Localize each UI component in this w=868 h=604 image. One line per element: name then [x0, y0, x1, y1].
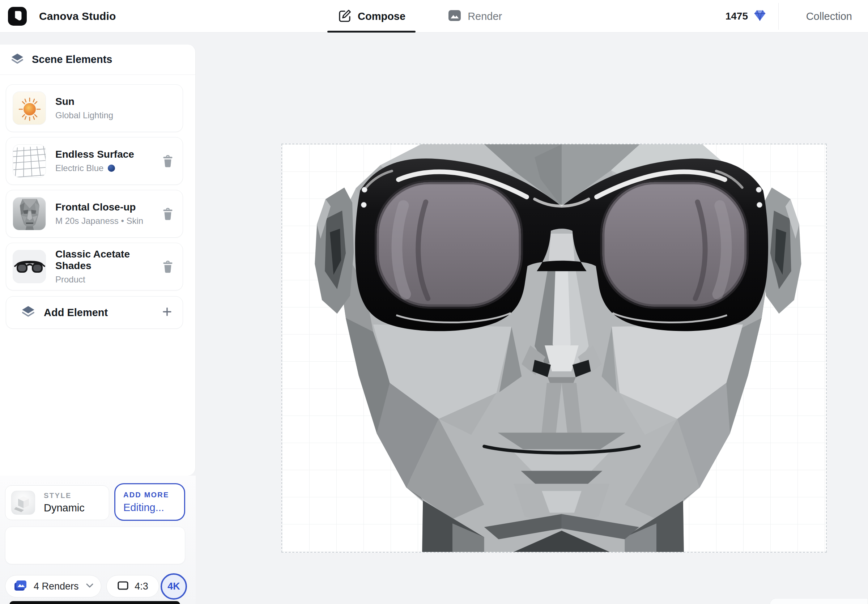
style-thumbnail: [11, 491, 35, 515]
layers-icon: [11, 53, 24, 67]
element-title: Classic Acetate Shades: [55, 248, 152, 272]
style-selector[interactable]: STYLE Dynamic: [5, 485, 109, 520]
element-subtitle: Electric Blue: [55, 163, 104, 173]
active-tab-underline: [327, 31, 415, 33]
render-icon: [447, 8, 462, 24]
card-texts: Frontal Close-up M 20s Japaness • Skin: [55, 201, 152, 226]
render-settings-row: 4 Renders 4:3 4K: [5, 573, 190, 599]
add-more-status: Editing...: [123, 502, 184, 514]
prompt-bar-edge[interactable]: [9, 601, 180, 604]
delete-icon[interactable]: [161, 154, 175, 168]
style-label: STYLE: [44, 491, 85, 500]
card-texts: Classic Acetate Shades Product: [55, 248, 152, 285]
scene-element-endless-surface[interactable]: Endless Surface Electric Blue: [6, 137, 183, 185]
tab-compose-label: Compose: [358, 11, 405, 22]
aspect-ratio-button[interactable]: 4:3: [106, 575, 159, 598]
aspect-ratio-icon: [117, 581, 129, 592]
electric-blue-dot: [108, 164, 115, 172]
chevron-down-icon: [85, 583, 94, 590]
tab-render[interactable]: Render: [437, 0, 512, 33]
gem-icon: [753, 9, 767, 24]
brand: Canova Studio: [8, 0, 116, 33]
surface-grid-thumbnail: [12, 144, 46, 178]
sun-thumbnail: [12, 91, 46, 125]
tab-render-label: Render: [468, 11, 502, 22]
add-element-label: Add Element: [44, 307, 152, 319]
aspect-ratio-label: 4:3: [135, 581, 148, 592]
top-bar: Canova Studio Compose Render 1475: [0, 0, 868, 33]
delete-icon[interactable]: [161, 206, 175, 221]
element-subtitle: M 20s Japaness • Skin: [55, 216, 143, 226]
style-value: Dynamic: [44, 502, 85, 514]
compose-icon: [338, 8, 352, 24]
app-logo-icon: [8, 7, 27, 26]
panel-header: Scene Elements: [0, 45, 195, 75]
layers-icon: [21, 306, 35, 319]
scene-element-sun[interactable]: Sun Global Lighting: [6, 84, 183, 132]
credits-counter[interactable]: 1475: [725, 0, 767, 33]
element-title: Sun: [55, 96, 175, 107]
bottom-right-panel-edge: [770, 598, 868, 604]
face-thumbnail: [12, 197, 46, 231]
renders-count-dropdown[interactable]: 4 Renders: [5, 575, 101, 598]
add-more-button[interactable]: ADD MORE Editing...: [114, 483, 185, 521]
prompt-placeholder-box[interactable]: [5, 527, 185, 564]
tab-compose[interactable]: Compose: [327, 0, 415, 33]
element-subtitle: Product: [55, 274, 85, 285]
composition-canvas[interactable]: [281, 144, 827, 553]
renders-count-label: 4 Renders: [34, 581, 79, 592]
workspace: [196, 33, 868, 604]
lowpoly-head-model: [282, 144, 826, 552]
app-title: Canova Studio: [39, 10, 116, 22]
card-texts: Endless Surface Electric Blue: [55, 149, 152, 173]
scene-element-shades[interactable]: Classic Acetate Shades Product: [6, 243, 183, 290]
main-tabs: Compose Render: [327, 0, 512, 33]
render-controls: STYLE Dynamic ADD MORE Editing... 4 Rend…: [0, 475, 196, 604]
panel-title: Scene Elements: [32, 54, 112, 65]
add-more-label: ADD MORE: [123, 491, 184, 499]
element-title: Endless Surface: [55, 149, 152, 160]
credits-value: 1475: [725, 11, 748, 22]
renders-stack-icon: [13, 579, 27, 593]
header-divider: [778, 3, 779, 29]
resolution-button[interactable]: 4K: [161, 573, 187, 600]
card-texts: Sun Global Lighting: [55, 96, 175, 121]
plus-icon: [161, 306, 173, 319]
scene-element-frontal-closeup[interactable]: Frontal Close-up M 20s Japaness • Skin: [6, 190, 183, 238]
delete-icon[interactable]: [161, 259, 175, 274]
scene-elements-panel: Scene Elements Sun Global L: [0, 44, 196, 475]
add-element-button[interactable]: Add Element: [6, 296, 183, 329]
sunglasses-thumbnail: [12, 250, 46, 283]
resolution-label: 4K: [167, 581, 180, 592]
element-title: Frontal Close-up: [55, 201, 152, 213]
collection-button[interactable]: Collection: [806, 0, 852, 33]
element-subtitle: Global Lighting: [55, 110, 113, 121]
